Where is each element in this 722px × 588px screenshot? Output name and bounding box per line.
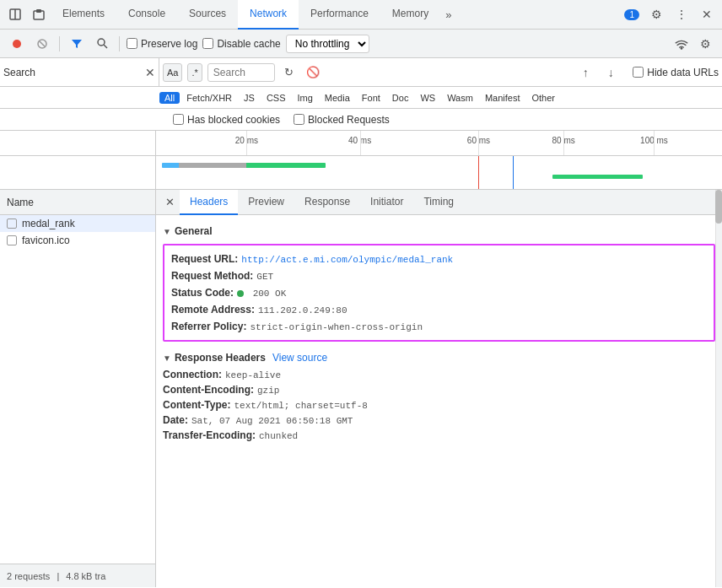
tab-headers[interactable]: Headers [180, 190, 238, 215]
timeline-header: 20 ms 40 ms 60 ms 80 ms 100 ms [156, 131, 722, 155]
type-filter-js[interactable]: JS [239, 92, 260, 104]
blocked-requests-filter[interactable]: Blocked Requests [294, 114, 390, 126]
regex-button[interactable]: .* [187, 63, 202, 82]
tab-performance[interactable]: Performance [299, 0, 380, 30]
referrer-policy-row: Referrer Policy: strict-origin-when-cros… [171, 318, 707, 335]
vline-80ms [563, 131, 564, 155]
view-source-link[interactable]: View source [272, 352, 327, 364]
detail-tabs: ✕ Headers Preview Response Initiator Tim… [156, 190, 722, 215]
request-url-value: http://act.e.mi.com/olympic/medal_rank [241, 255, 453, 265]
record-button[interactable] [7, 34, 27, 54]
settings-network-icon[interactable]: ⚙ [695, 34, 715, 54]
settings-icon[interactable]: ⚙ [644, 3, 668, 26]
remote-address-label: Remote Address: [171, 304, 255, 316]
close-detail-panel[interactable]: ✕ [159, 192, 180, 213]
type-filter-doc[interactable]: Doc [387, 92, 414, 104]
detail-content: ▼ General Request URL: http://act.e.mi.c… [156, 215, 722, 587]
response-header-row: Content-Type:text/html; charset=utf-8 [156, 397, 722, 413]
file-item-medal-rank[interactable]: medal_rank [0, 215, 155, 232]
vline-60ms [478, 131, 479, 155]
search-left: Search ✕ [3, 58, 159, 86]
stop-record-button[interactable] [32, 34, 52, 54]
filter-bar: Search ✕ Aa .* ↻ 🚫 ↑ ↓ Hide data URLs [0, 58, 722, 87]
bar1-gray [179, 163, 247, 168]
file-list: medal_rank favicon.ico [0, 215, 155, 564]
refresh-icon[interactable]: ↻ [280, 63, 299, 82]
tab-elements[interactable]: Elements [51, 0, 116, 30]
type-filter-font[interactable]: Font [357, 92, 385, 104]
tab-response[interactable]: Response [294, 190, 360, 215]
type-filter-css[interactable]: CSS [261, 92, 291, 104]
left-panel-header: Name [0, 190, 155, 215]
filter-icon[interactable] [67, 34, 87, 54]
tab-console[interactable]: Console [116, 0, 177, 30]
upload-icon[interactable]: ↑ [575, 62, 595, 83]
general-arrow-icon: ▼ [163, 227, 171, 236]
vline-blue [513, 156, 514, 189]
svg-point-4 [13, 40, 21, 48]
type-filter-all[interactable]: All [159, 92, 180, 104]
tab-preview[interactable]: Preview [238, 190, 294, 215]
tab-network[interactable]: Network [238, 0, 299, 30]
filter-right: Aa .* ↻ 🚫 ↑ ↓ Hide data URLs [163, 62, 719, 83]
wifi-icon[interactable] [671, 34, 692, 54]
timeline-bars-row [0, 156, 722, 190]
tab-memory[interactable]: Memory [380, 0, 440, 30]
type-filter-manifest[interactable]: Manifest [480, 92, 525, 104]
type-filter-other[interactable]: Other [526, 92, 560, 104]
aa-button[interactable]: Aa [163, 63, 182, 82]
status-code-value: 200 OK [237, 289, 286, 299]
filter-options-bar: Has blocked cookies Blocked Requests [0, 109, 722, 131]
request-url-row: Request URL: http://act.e.mi.com/olympic… [171, 251, 707, 267]
request-method-row: Request Method: GET [171, 267, 707, 284]
throttle-select[interactable]: No throttling [286, 35, 369, 53]
hide-data-urls-checkbox[interactable]: Hide data URLs [633, 67, 719, 78]
tab-timing[interactable]: Timing [413, 190, 464, 215]
more-options-icon[interactable]: ⋮ [670, 3, 693, 26]
vline-40ms [360, 131, 361, 155]
svg-point-7 [98, 39, 105, 46]
response-headers-title: Response Headers [175, 352, 266, 364]
general-section-header[interactable]: ▼ General [156, 222, 722, 240]
type-filter-media[interactable]: Media [320, 92, 355, 104]
type-filter-bar: AllFetch/XHRJSCSSImgMediaFontDocWSWasmMa… [0, 87, 722, 109]
svg-line-8 [104, 45, 107, 48]
preserve-log-checkbox[interactable]: Preserve log [127, 38, 197, 50]
tab-sources[interactable]: Sources [177, 0, 238, 30]
bar1-green [246, 163, 326, 168]
filter-input[interactable] [207, 63, 275, 82]
response-headers-toggle[interactable]: ▼ Response Headers [163, 352, 266, 364]
response-headers-section-header: ▼ Response Headers View source [156, 345, 722, 367]
timeline-area: 20 ms 40 ms 60 ms 80 ms 100 ms [0, 131, 722, 156]
referrer-policy-value: strict-origin-when-cross-origin [250, 322, 423, 332]
type-filter-img[interactable]: Img [293, 92, 318, 104]
general-info-box: Request URL: http://act.e.mi.com/olympic… [163, 244, 715, 342]
general-title: General [175, 225, 213, 237]
timeline-bars-area [156, 156, 722, 189]
toolbar-divider-2 [119, 36, 120, 51]
svg-point-9 [681, 47, 683, 50]
devtools-undock-icon[interactable] [27, 3, 51, 26]
response-header-row: Connection:keep-alive [156, 367, 722, 382]
download-icon[interactable]: ↓ [601, 62, 621, 83]
devtools-dock-icon[interactable] [3, 3, 27, 26]
type-filter-wasm[interactable]: Wasm [442, 92, 478, 104]
request-count: 2 requests [7, 571, 50, 581]
close-devtools-icon[interactable]: ✕ [695, 3, 719, 26]
scrollbar-right[interactable] [715, 190, 722, 587]
type-filter-ws[interactable]: WS [415, 92, 440, 104]
no-icon[interactable]: 🚫 [304, 63, 322, 82]
disable-cache-checkbox[interactable]: Disable cache [202, 38, 280, 50]
close-search-icon[interactable]: ✕ [145, 66, 155, 79]
notification-badge: 1 [624, 9, 639, 20]
file-item-favicon[interactable]: favicon.ico [0, 232, 155, 249]
more-tabs-icon[interactable]: » [440, 8, 456, 21]
tab-initiator[interactable]: Initiator [360, 190, 413, 215]
search-icon[interactable] [92, 34, 112, 54]
svg-line-6 [40, 41, 45, 46]
blocked-cookies-filter[interactable]: Has blocked cookies [173, 114, 280, 126]
vline-20ms [246, 131, 247, 155]
type-filter-fetch/xhr[interactable]: Fetch/XHR [181, 92, 237, 104]
response-header-row: Date:Sat, 07 Aug 2021 06:50:18 GMT [156, 413, 722, 428]
response-header-row: Content-Encoding:gzip [156, 382, 722, 397]
